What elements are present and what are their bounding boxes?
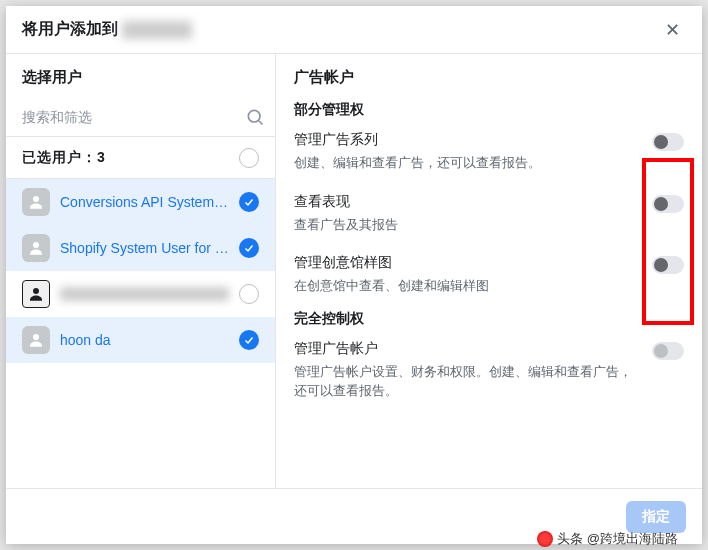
- selected-count-label: 已选用户：3: [22, 149, 106, 167]
- permission-label: 管理创意馆样图: [294, 254, 642, 272]
- right-pane-title: 广告帐户: [294, 68, 684, 87]
- permission-group-full: 完全控制权: [294, 310, 684, 328]
- watermark-text: 头条 @跨境出海陆路: [557, 530, 678, 548]
- user-checkbox[interactable]: [239, 238, 259, 258]
- modal-header: 将用户添加到 ✕: [6, 6, 702, 54]
- modal-body: 选择用户 已选用户：3 Conversions API Syst: [6, 54, 702, 488]
- permission-label: 管理广告帐户: [294, 340, 642, 358]
- permission-label: 管理广告系列: [294, 131, 642, 149]
- svg-line-1: [259, 120, 263, 124]
- user-row[interactable]: [6, 271, 275, 317]
- search-icon[interactable]: [245, 107, 265, 127]
- permission-toggle[interactable]: [652, 195, 684, 213]
- user-row[interactable]: Shopify System User for Re...: [6, 225, 275, 271]
- modal-title-redacted: [122, 21, 192, 39]
- user-name: Shopify System User for Re...: [60, 240, 229, 256]
- permission-row: 管理广告系列 创建、编辑和查看广告，还可以查看报告。: [294, 125, 684, 187]
- add-user-modal: 将用户添加到 ✕ 选择用户 已选用户：3: [6, 6, 702, 544]
- selected-count-row: 已选用户：3: [6, 137, 275, 179]
- user-checkbox[interactable]: [239, 192, 259, 212]
- user-name: Conversions API System U...: [60, 194, 229, 210]
- modal-title: 将用户添加到: [22, 19, 192, 40]
- toggle-knob: [654, 344, 668, 358]
- svg-point-5: [33, 334, 39, 340]
- permission-toggle[interactable]: [652, 256, 684, 274]
- avatar-icon: [22, 326, 50, 354]
- close-icon: ✕: [665, 19, 680, 41]
- select-all-checkbox[interactable]: [239, 148, 259, 168]
- permission-desc: 管理广告帐户设置、财务和权限。创建、编辑和查看广告，还可以查看报告。: [294, 362, 642, 401]
- modal-title-prefix: 将用户添加到: [22, 19, 118, 40]
- user-row[interactable]: Conversions API System U...: [6, 179, 275, 225]
- permission-desc: 在创意馆中查看、创建和编辑样图: [294, 276, 642, 296]
- user-checkbox[interactable]: [239, 330, 259, 350]
- close-button[interactable]: ✕: [658, 16, 686, 44]
- permission-toggle[interactable]: [652, 342, 684, 360]
- toggle-knob: [654, 197, 668, 211]
- svg-point-3: [33, 242, 39, 248]
- right-pane: 广告帐户 部分管理权 管理广告系列 创建、编辑和查看广告，还可以查看报告。 查看…: [276, 54, 702, 488]
- toggle-knob: [654, 258, 668, 272]
- left-pane: 选择用户 已选用户：3 Conversions API Syst: [6, 54, 276, 488]
- user-name: hoon da: [60, 332, 229, 348]
- avatar-icon: [22, 234, 50, 262]
- select-user-title: 选择用户: [6, 54, 275, 97]
- avatar-icon: [22, 188, 50, 216]
- permission-toggle[interactable]: [652, 133, 684, 151]
- toggle-knob: [654, 135, 668, 149]
- assign-button[interactable]: 指定: [626, 501, 686, 533]
- user-list: Conversions API System U... Shopify Syst…: [6, 179, 275, 488]
- permission-row: 管理广告帐户 管理广告帐户设置、财务和权限。创建、编辑和查看广告，还可以查看报告…: [294, 334, 684, 415]
- search-row: [6, 97, 275, 137]
- permission-desc: 创建、编辑和查看广告，还可以查看报告。: [294, 153, 642, 173]
- watermark-logo-icon: [537, 531, 553, 547]
- watermark: 头条 @跨境出海陆路: [537, 530, 678, 548]
- permission-desc: 查看广告及其报告: [294, 215, 642, 235]
- permission-row: 管理创意馆样图 在创意馆中查看、创建和编辑样图: [294, 248, 684, 310]
- permission-group-partial: 部分管理权: [294, 101, 684, 119]
- permission-row: 查看表现 查看广告及其报告: [294, 187, 684, 249]
- svg-point-0: [248, 110, 260, 122]
- svg-point-4: [33, 288, 39, 294]
- avatar-icon: [22, 280, 50, 308]
- permission-label: 查看表现: [294, 193, 642, 211]
- search-input[interactable]: [22, 109, 245, 125]
- user-row[interactable]: hoon da: [6, 317, 275, 363]
- svg-point-2: [33, 196, 39, 202]
- user-checkbox[interactable]: [239, 284, 259, 304]
- user-name-redacted: [60, 287, 229, 301]
